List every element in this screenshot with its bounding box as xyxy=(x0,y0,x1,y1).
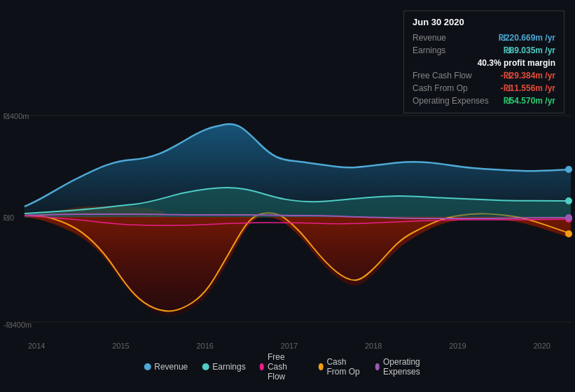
legend-opex-dot xyxy=(375,363,380,370)
x-label-2017: 2017 xyxy=(281,342,298,350)
x-label-2014: 2014 xyxy=(28,342,45,350)
x-label-2018: 2018 xyxy=(365,342,382,350)
legend-cfo-dot xyxy=(319,363,323,370)
x-label-2016: 2016 xyxy=(197,342,214,350)
legend-fcf-label: Free Cash Flow xyxy=(268,352,305,382)
svg-point-3 xyxy=(565,166,572,173)
tooltip-box: Jun 30 2020 Revenue ₪220.669m /yr Earnin… xyxy=(403,10,564,113)
y-label-bot: -₪400m xyxy=(4,321,32,330)
tooltip-cfo-label: Cash From Op xyxy=(413,83,468,93)
tooltip-margin: 40.3% profit margin xyxy=(413,57,555,69)
legend-earnings[interactable]: Earnings xyxy=(202,362,245,372)
tooltip-fcf-label: Free Cash Flow xyxy=(413,71,472,80)
y-label-top: ₪400m xyxy=(4,112,29,121)
tooltip-earnings-row: Earnings ₪89.035m /yr xyxy=(413,44,555,57)
tooltip-revenue-label: Revenue xyxy=(413,33,446,43)
x-axis-labels: 2014 2015 2016 2017 2018 2019 2020 xyxy=(0,342,575,350)
legend-cfo[interactable]: Cash From Op xyxy=(319,357,361,377)
tooltip-cfo-value: -₪11.556m /yr xyxy=(501,83,555,93)
legend-opex-label: Operating Expenses xyxy=(383,357,431,377)
x-label-2015: 2015 xyxy=(112,342,129,350)
y-label-mid: ₪0 xyxy=(4,214,14,223)
tooltip-cfo-row: Cash From Op -₪11.556m /yr xyxy=(413,82,555,94)
tooltip-opex-label: Operating Expenses xyxy=(413,96,489,106)
legend-revenue-dot xyxy=(144,363,151,370)
legend-revenue-label: Revenue xyxy=(154,362,188,372)
svg-point-4 xyxy=(565,197,572,204)
tooltip-opex-row: Operating Expenses ₪54.570m /yr xyxy=(413,94,555,107)
tooltip-fcf-row: Free Cash Flow -₪29.384m /yr xyxy=(413,69,555,82)
tooltip-opex-value: ₪54.570m /yr xyxy=(504,96,555,106)
chart-legend: Revenue Earnings Free Cash Flow Cash Fro… xyxy=(144,352,431,382)
tooltip-earnings-label: Earnings xyxy=(413,46,445,55)
tooltip-earnings-value: ₪89.035m /yr xyxy=(504,46,555,55)
tooltip-revenue-row: Revenue ₪220.669m /yr xyxy=(413,31,555,44)
legend-fcf[interactable]: Free Cash Flow xyxy=(260,352,305,382)
legend-fcf-dot xyxy=(260,363,264,370)
tooltip-fcf-value: -₪29.384m /yr xyxy=(501,71,555,80)
x-label-2020: 2020 xyxy=(534,342,550,350)
legend-opex[interactable]: Operating Expenses xyxy=(375,357,431,377)
svg-point-7 xyxy=(565,214,572,221)
tooltip-revenue-value: ₪220.669m /yr xyxy=(499,33,555,43)
legend-earnings-label: Earnings xyxy=(212,362,245,372)
svg-point-6 xyxy=(565,230,572,237)
tooltip-date: Jun 30 2020 xyxy=(413,17,555,27)
legend-earnings-dot xyxy=(202,363,209,370)
legend-revenue[interactable]: Revenue xyxy=(144,362,188,372)
legend-cfo-label: Cash From Op xyxy=(326,357,361,377)
x-label-2019: 2019 xyxy=(449,342,466,350)
